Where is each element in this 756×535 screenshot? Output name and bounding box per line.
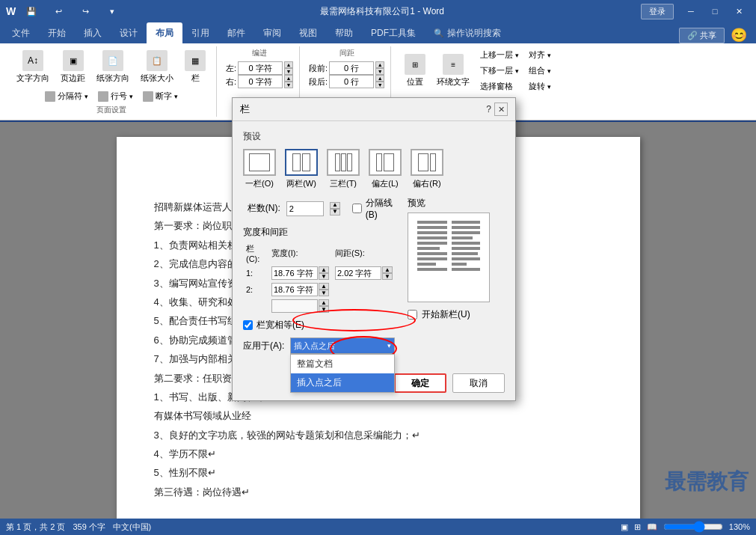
col-2-width-down[interactable]: ▼ <box>319 290 329 296</box>
col-2-spacing-cell <box>332 281 396 298</box>
col-1-width-down[interactable]: ▼ <box>319 273 329 280</box>
col-1-spacing-down[interactable]: ▼ <box>382 273 393 280</box>
col-3-width-up[interactable]: ▲ <box>319 299 329 306</box>
col-1-shape <box>249 153 270 171</box>
col-3-shape <box>335 153 352 171</box>
col-3-width-cell: ▲ ▼ <box>268 298 332 314</box>
preset-one-col[interactable]: 一栏(O) <box>243 149 276 189</box>
col-count-input[interactable] <box>286 201 324 216</box>
app-window: W 💾 ↩ ↪ ▾ 最需网络科技有限公司1 - Word 登录 ─ □ ✕ 文件… <box>0 0 756 535</box>
dropdown-item-after[interactable]: 插入点之后 <box>291 373 394 392</box>
new-col-label: 开始新栏(U) <box>422 308 470 321</box>
col-2-shape <box>292 153 310 171</box>
width-table: 栏(C): 宽度(I): 间距(S): 1: <box>243 242 396 314</box>
col-2-width-up[interactable]: ▲ <box>319 283 329 290</box>
col-right-shape <box>418 153 436 171</box>
divider-checkbox[interactable] <box>352 204 362 213</box>
equal-width-label: 栏宽相等(E) <box>256 319 304 331</box>
preset-right-icon <box>411 149 443 176</box>
preset-one-label: 一栏(O) <box>245 178 274 189</box>
equal-width-checkbox[interactable] <box>243 320 253 330</box>
col-2-width-input[interactable] <box>271 283 318 296</box>
equal-width-row: 栏宽相等(E) <box>243 319 396 331</box>
preset-two-col[interactable]: 两栏(W) <box>285 149 318 189</box>
col-1-label: 1: <box>243 265 268 281</box>
col-count-row: 栏数(N): ▲ ▼ 分隔线(B) <box>243 197 396 220</box>
preset-left-col[interactable]: 偏左(L) <box>369 149 402 189</box>
col-count-spinners: ▲ ▼ <box>330 202 340 215</box>
width-header: 宽度(I): <box>268 242 332 265</box>
apply-label: 应用于(A): <box>243 340 284 352</box>
col-1-width-input[interactable] <box>271 266 318 280</box>
col-1-width-up[interactable]: ▲ <box>319 266 329 273</box>
preset-two-label: 两栏(W) <box>286 178 316 189</box>
preview-content <box>414 218 483 274</box>
col-3-width-input[interactable] <box>271 299 318 313</box>
preview-right <box>452 221 480 271</box>
col-2-label: 2: <box>243 281 268 298</box>
col-settings: 栏数(N): ▲ ▼ 分隔线(B) <box>243 197 396 360</box>
preset-three-label: 三栏(T) <box>330 178 357 189</box>
divider-row: 分隔线(B) <box>352 197 396 220</box>
col-3-label <box>243 298 268 314</box>
col-1-width-cell: ▲ ▼ <box>268 265 332 281</box>
preset-left-label: 偏左(L) <box>372 178 398 189</box>
col-left-shape <box>376 153 394 171</box>
col-3-spacing-cell <box>332 298 396 314</box>
preset-right-col[interactable]: 偏右(R) <box>411 149 443 189</box>
new-col-row: 开始新栏(U) <box>408 308 505 321</box>
col-1-spacing-input[interactable] <box>335 266 381 280</box>
col-row-2: 2: ▲ ▼ <box>243 281 396 298</box>
col-3-width-spinners: ▲ ▼ <box>319 299 329 313</box>
preset-row: 一栏(O) 两栏(W) <box>243 149 505 189</box>
preset-left-icon <box>369 149 402 176</box>
cancel-button[interactable]: 取消 <box>452 373 505 393</box>
preset-three-icon <box>327 149 360 176</box>
columns-dialog: 栏 ? ✕ 预设 一栏(O) <box>232 122 516 401</box>
col-1-width-spinners: ▲ ▼ <box>319 266 329 280</box>
apply-row: 应用于(A): 插入点之后 ▾ 整篇文档 插入点之后 <box>243 337 396 354</box>
col-row-1: 1: ▲ ▼ <box>243 265 396 281</box>
col-row-3: ▲ ▼ <box>243 298 396 314</box>
col-header: 栏(C): <box>243 242 268 265</box>
preset-one-icon <box>243 149 276 176</box>
width-spacing-label: 宽度和间距 <box>243 226 396 239</box>
apply-dropdown-list: 整篇文档 插入点之后 <box>290 354 395 393</box>
col-count-label: 栏数(N): <box>243 202 280 215</box>
preview-left <box>417 221 447 271</box>
col-2-width-spinners: ▲ ▼ <box>319 283 329 296</box>
col-1-spacing-up[interactable]: ▲ <box>382 266 393 273</box>
col-2-width-cell: ▲ ▼ <box>268 281 332 298</box>
preview-box <box>408 213 490 302</box>
apply-select-wrapper[interactable]: 插入点之后 ▾ 整篇文档 插入点之后 <box>290 337 395 354</box>
preset-right-label: 偏右(R) <box>413 178 440 189</box>
new-col-checkbox[interactable] <box>408 310 417 320</box>
dropdown-item-whole[interactable]: 整篇文档 <box>291 355 394 373</box>
modal-body: 预设 一栏(O) <box>233 122 515 369</box>
preset-three-col[interactable]: 三栏(T) <box>327 149 360 189</box>
spacing-header: 间距(S): <box>332 242 396 265</box>
col-count-down[interactable]: ▼ <box>330 209 340 215</box>
divider-label: 分隔线(B) <box>366 197 396 220</box>
col-3-width-down[interactable]: ▼ <box>319 306 329 313</box>
two-col-layout: 栏数(N): ▲ ▼ 分隔线(B) <box>243 197 505 360</box>
apply-select-display[interactable]: 插入点之后 ▾ <box>290 337 395 354</box>
ok-button[interactable]: 确定 <box>394 373 446 393</box>
col-preview: 预览 <box>408 197 505 360</box>
col-1-spacing-spinners: ▲ ▼ <box>382 266 393 280</box>
preset-two-icon <box>285 149 318 176</box>
col-1-spacing-cell: ▲ ▼ <box>332 265 396 281</box>
width-table-header: 栏(C): 宽度(I): 间距(S): <box>243 242 396 265</box>
modal-overlay: 栏 ? ✕ 预设 一栏(O) <box>0 122 756 519</box>
preview-label: 预览 <box>408 197 505 210</box>
content-area: 最需网络科技有限公司 招聘新媒体运营人才↵ 第一要求：岗位职责↵ 1、负责网站相… <box>0 122 756 519</box>
preset-section-label: 预设 <box>243 130 505 143</box>
